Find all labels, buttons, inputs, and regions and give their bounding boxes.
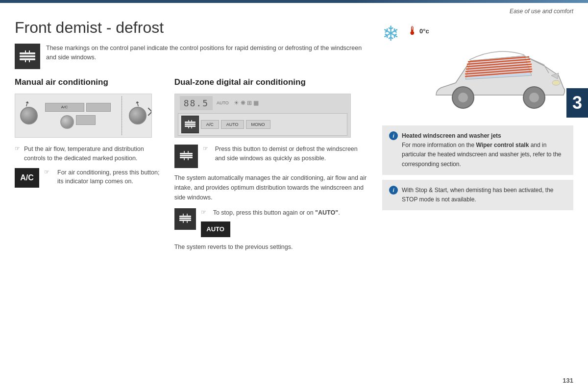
car-illustration-svg (426, 26, 568, 117)
defrost-svg (184, 119, 196, 130)
dual-section-title: Dual-zone digital air conditioning (174, 77, 368, 88)
stop-text: To stop, press this button again or on "… (213, 208, 340, 218)
header-subtitle: Ease of use and comfort (510, 8, 573, 15)
snowflake-icon: ❄ (382, 22, 399, 46)
defrost-icon-dual-panel (181, 116, 199, 133)
svg-rect-22 (179, 218, 191, 219)
bullet-arrow-1: ☞ (15, 145, 20, 152)
manual-section-title: Manual air conditioning (15, 77, 165, 88)
stop-bullet: ☞ To stop, press this button again or on… (201, 208, 340, 218)
svg-rect-21 (179, 216, 191, 217)
info-text-2: With Stop & Start, when demisting has be… (402, 186, 566, 204)
info-title-1: Heated windscreen and washer jets (402, 132, 501, 139)
ac-arrow: ☞ (44, 169, 49, 175)
knob-left (20, 107, 38, 124)
info-icon-1: i (389, 131, 398, 140)
left-panel: Front demist - defrost These markings on… (15, 17, 377, 379)
svg-rect-8 (185, 123, 196, 125)
auto-text-small: AUTO (217, 100, 229, 105)
knob-right (129, 107, 147, 124)
headlight (552, 80, 560, 85)
digital-display: 88.5 (180, 96, 213, 110)
dual-icons-row: ☀ ❋ ⊞ ▦ (234, 99, 259, 106)
dual-btn-auto: AUTO (221, 120, 244, 129)
dual-bullet-text-wrap: ☞ Press this button to demist or defrost… (203, 145, 368, 163)
svg-rect-15 (180, 155, 193, 156)
icon-sun: ☀ (234, 99, 239, 106)
stop-text-wrap: ☞ To stop, press this button again or on… (201, 208, 340, 237)
intro-text: These markings on the control panel indi… (46, 44, 368, 62)
panel-btn-small (86, 103, 111, 112)
defrost-icon-intro (15, 44, 40, 69)
intro-section: These markings on the control panel indi… (15, 44, 368, 69)
icon-grid: ⊞ (247, 99, 252, 106)
dual-btn-mono: MONO (246, 120, 270, 129)
dual-arrow-1: ☞ (203, 145, 208, 152)
svg-rect-1 (20, 55, 35, 57)
stop-arrow: ☞ (201, 209, 206, 216)
panel-divider (122, 96, 122, 135)
page-number: 131 (563, 377, 573, 384)
page-header: Ease of use and comfort (0, 3, 588, 17)
auto-label-box: AUTO (201, 221, 230, 237)
dual-bullet-text-1: Press this button to demist or defrost t… (215, 145, 368, 163)
stop-defrost-icon (174, 208, 196, 230)
manual-control-panel: A/C (15, 94, 152, 138)
stop-section: ☞ To stop, press this button again or on… (174, 208, 368, 237)
info-text-1: Heated windscreen and washer jets For mo… (402, 131, 566, 169)
panel-display (76, 115, 96, 125)
manual-section: Manual air conditioning A/C (15, 77, 165, 258)
svg-rect-16 (180, 157, 193, 158)
info-text-prefix: For more information on the (402, 142, 476, 148)
svg-rect-9 (185, 125, 196, 127)
wheel-hub-left (458, 93, 468, 102)
info-box-2: i With Stop & Start, when demisting has … (382, 180, 573, 210)
ac-text: For air conditioning, press this button;… (57, 168, 165, 187)
manual-bullet-1: ☞ Put the air flow, temperature and dist… (15, 145, 165, 163)
dual-control-panel: 88.5 AUTO ☀ ❋ ⊞ ▦ (174, 94, 351, 138)
icon-square: ▦ (253, 99, 259, 106)
defrost-symbol-svg (19, 48, 36, 65)
info-text-bold: Wiper control stalk (476, 142, 529, 148)
svg-rect-2 (20, 58, 35, 60)
defrost-icon-bullet (174, 145, 198, 168)
dual-bottom-row: A/C AUTO MONO (178, 113, 347, 136)
dual-btn-ac: A/C (201, 120, 219, 129)
car-illustration: ❄ 🌡 0°c (382, 22, 568, 120)
info-icon-2: i (389, 186, 398, 195)
ac-box: A/C ☞ For air conditioning, press this b… (15, 168, 165, 188)
svg-rect-14 (180, 153, 193, 154)
svg-rect-7 (185, 122, 196, 123)
right-panel: ❄ 🌡 0°c (377, 17, 573, 379)
car-svg (426, 26, 568, 117)
dual-top-row: 88.5 AUTO ☀ ❋ ⊞ ▦ (178, 96, 347, 110)
two-col-sections: Manual air conditioning A/C (15, 77, 368, 258)
dual-section: Dual-zone digital air conditioning 88.5 … (174, 77, 368, 258)
info-box-1: i Heated windscreen and washer jets For … (382, 125, 573, 175)
chapter-badge: 3 (566, 88, 588, 118)
page-title: Front demist - defrost (15, 19, 368, 37)
thermometer-icon: 🌡 (407, 24, 418, 38)
defrost-svg-3 (178, 212, 192, 226)
dual-bullet-row: ☞ Press this button to demist or defrost… (174, 145, 368, 168)
wheel-hub-right (529, 93, 539, 102)
knob-small-1 (60, 115, 74, 129)
defrost-svg-2 (179, 149, 194, 164)
manual-bullet-text-1: Put the air flow, temperature and distri… (24, 145, 165, 163)
icon-fan: ❋ (241, 99, 245, 106)
system-text: The system automatically manages the air… (174, 173, 368, 202)
svg-rect-23 (179, 220, 191, 221)
ac-label: A/C (15, 168, 39, 188)
svg-rect-0 (20, 52, 35, 54)
thermometer-area: 🌡 0°c (407, 24, 429, 38)
panel-btn-ac: A/C (45, 103, 84, 112)
main-content: Front demist - defrost These markings on… (0, 17, 588, 379)
panel-center: A/C (41, 103, 115, 129)
revert-text: The system reverts to the previous setti… (174, 242, 368, 252)
